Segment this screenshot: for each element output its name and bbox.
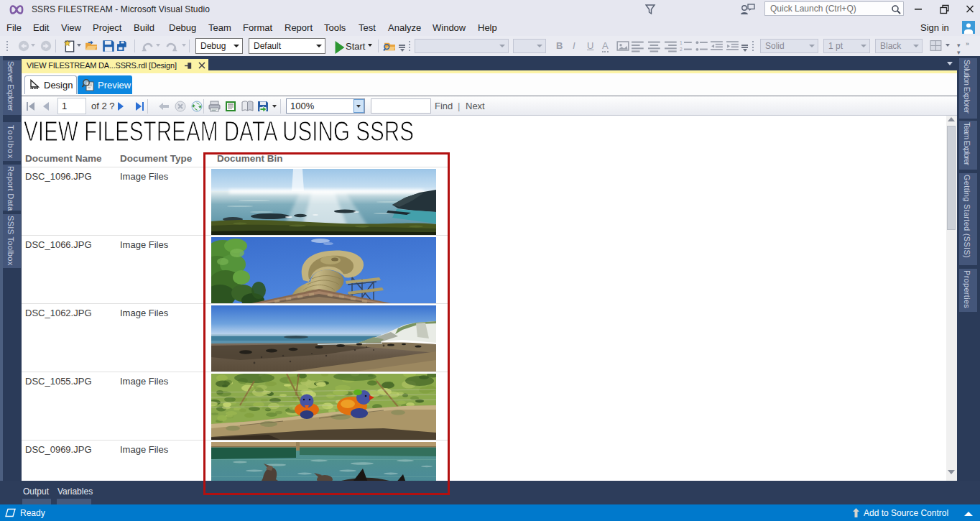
svg-text:1: 1 xyxy=(680,40,683,45)
svg-text:2: 2 xyxy=(680,47,683,52)
